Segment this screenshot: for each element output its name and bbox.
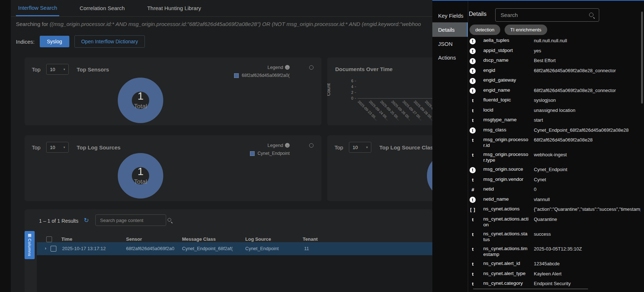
field-row[interactable]: t ns_cynet.alert_type Kayleen Alert xyxy=(470,271,640,278)
field-row[interactable]: t ns_cynet.actions.status success xyxy=(470,231,640,243)
field-row[interactable]: t appid_stdport yes xyxy=(470,48,640,55)
chevron-down-icon: ▾ xyxy=(64,67,65,71)
top-tab[interactable]: Interflow Search xyxy=(16,0,59,16)
field-row[interactable]: t msgtype_name start xyxy=(470,117,640,124)
select-all-checkbox[interactable] xyxy=(46,236,52,242)
chevron-down-icon: ▾ xyxy=(366,145,368,149)
filter-pills: detection TI enrichments xyxy=(470,25,547,35)
details-tab[interactable]: Details xyxy=(432,22,468,37)
field-type-icon: t xyxy=(470,58,476,64)
details-tab-label: Actions xyxy=(438,55,456,61)
search-query-text: ((msg_origin.processor.id:* AND msg_orig… xyxy=(49,21,421,27)
field-row[interactable]: t dscp_name Best Effort xyxy=(470,57,640,64)
results-search-input[interactable] xyxy=(99,217,164,223)
field-row[interactable]: t ns_cynet.alert_id 12345abcde xyxy=(470,261,640,267)
field-row[interactable]: t engid_name 68f2af626d45a069f2a08e28_co… xyxy=(470,87,640,94)
legend-swatch-icon xyxy=(234,73,239,78)
legend-toggle[interactable]: Legend → xyxy=(250,143,290,148)
open-interflow-dictionary-button[interactable]: Open Interflow Dictionary xyxy=(74,35,145,48)
field-key: engid_gateway xyxy=(483,77,529,84)
index-syslog-button[interactable]: Syslog xyxy=(40,36,69,47)
col-header-message-class[interactable]: Message Class xyxy=(182,236,216,242)
legend-item[interactable]: 68f2af626d45a069f2a0( xyxy=(234,73,290,78)
field-type-icon: t xyxy=(470,88,476,94)
field-type-icon: t xyxy=(470,137,476,144)
donut-value: 1 xyxy=(118,91,163,101)
field-key: dscp_name xyxy=(483,57,529,64)
field-value: Kayleen Alert xyxy=(534,271,640,278)
field-row[interactable]: t netid_name vlannull xyxy=(470,196,640,203)
top-n-select[interactable]: 10 ▾ xyxy=(349,142,371,153)
col-header-log-source[interactable]: Log Source xyxy=(245,236,271,242)
filter-pill[interactable]: TI enrichments xyxy=(505,25,547,35)
panel-circle-icon[interactable] xyxy=(309,65,314,70)
top-n-select[interactable]: 10 ▾ xyxy=(46,142,69,153)
top-tab[interactable]: Threat Hunting Library xyxy=(145,0,203,16)
columns-button[interactable]: ▦ Columns xyxy=(25,231,35,259)
col-header-sensor[interactable]: Sensor xyxy=(126,236,142,242)
top-tab-label: Interflow Search xyxy=(18,5,57,11)
field-row[interactable]: [ ] ns_cynet.actions {"action":"Quaranti… xyxy=(470,206,640,213)
legend-item-label: Cynet_Endpoint xyxy=(258,151,290,156)
field-row[interactable]: t engid_gateway xyxy=(470,77,640,84)
field-row[interactable]: t aella_tuples null.null.null.null xyxy=(470,38,640,44)
field-row[interactable]: t ns_cynet.actions.timestamp 2025-03-05T… xyxy=(470,246,640,257)
chart-ylabel: Count xyxy=(327,83,331,96)
xtick: 2025-09-26 05... xyxy=(391,100,402,125)
legend-block: Legend → 68f2af626d45a069f2a0( xyxy=(234,65,290,78)
field-row[interactable]: t msg_class Cynet_Endpoint_68f2af626d45a… xyxy=(470,127,640,134)
results-count: 1 – 1 of 1 Results xyxy=(39,218,78,224)
panel-title: Top Log Sources xyxy=(77,144,120,151)
top-sensors-panel: Top 10 ▾ Top Sensors Legend → 68f2af626d… xyxy=(25,57,321,125)
top-sensors-header: Top 10 ▾ Top Sensors xyxy=(32,64,109,75)
field-row[interactable]: t locid unassigned location xyxy=(470,107,640,114)
panel-circle-icon[interactable] xyxy=(309,143,314,148)
collapsed-sidebar[interactable] xyxy=(0,0,11,292)
field-key: msg_origin.processor.type xyxy=(483,152,529,163)
field-type-icon: t xyxy=(470,152,476,158)
field-value: Cynet_Endpoint_68f2af626d45a069f2a08e28 xyxy=(534,127,640,134)
legend-label: Legend xyxy=(268,65,283,70)
refresh-icon[interactable]: ↻ xyxy=(84,217,89,224)
field-key: netid_name xyxy=(483,196,529,203)
ytick: 2 xyxy=(348,90,356,95)
search-icon xyxy=(167,218,172,223)
details-tab-label: JSON xyxy=(438,41,453,47)
details-tab[interactable]: JSON xyxy=(432,37,468,51)
field-type-icon: t xyxy=(470,217,476,223)
top-n-value: 10 xyxy=(353,145,358,150)
xtick: 2025-09-25 05... xyxy=(380,100,391,125)
row-expand-icon[interactable]: › xyxy=(45,245,46,251)
xtick: 2025-09-24 05... xyxy=(369,100,380,125)
field-row[interactable]: t msg_origin.processor.type webhook-inge… xyxy=(470,152,640,163)
field-row[interactable]: t fluentd_topic syslogjson xyxy=(470,97,640,104)
details-tab[interactable]: Key Fields xyxy=(432,9,468,22)
details-tab[interactable]: Actions xyxy=(432,51,468,64)
field-row[interactable]: t ns_cynet.category Endpoint Security xyxy=(470,280,640,287)
scrollbar-thumb[interactable] xyxy=(641,12,643,104)
results-panel: 1 – 1 of 1 Results ↻ ▦ Columns Time ↓ Se… xyxy=(25,209,432,292)
field-row[interactable]: # netid 0 xyxy=(470,186,640,193)
row-checkbox[interactable] xyxy=(51,246,56,252)
legend-toggle[interactable]: Legend → xyxy=(234,65,290,70)
donut-value: 1 xyxy=(118,166,163,177)
field-row[interactable]: t msg_origin.processor.id 68f2af626d45a0… xyxy=(470,137,640,148)
col-header-tenant[interactable]: Tenant xyxy=(303,236,318,242)
table-row[interactable]: › 2025-10-17 13:17:12 68f2af626d45a069f2… xyxy=(37,242,432,255)
field-type-icon: t xyxy=(470,271,476,277)
field-key: aella_tuples xyxy=(483,38,529,44)
indices-label: Indices: xyxy=(16,39,35,45)
field-row[interactable]: t msg_origin.vendor Cynet xyxy=(470,176,640,183)
legend-item[interactable]: Cynet_Endpoint xyxy=(250,151,290,156)
donut-caption: Total xyxy=(118,178,163,186)
field-key: engid_name xyxy=(483,87,529,94)
field-row[interactable]: t msg_origin.source Cynet_Endpoint xyxy=(470,166,640,173)
chevron-down-icon: ▾ xyxy=(64,145,65,149)
field-row[interactable]: t engid 68f2af626d45a069f2a08e28_connect… xyxy=(470,67,640,74)
details-search-input[interactable] xyxy=(500,12,586,18)
top-tab[interactable]: Correlation Search xyxy=(77,0,127,16)
top-n-select[interactable]: 10 ▾ xyxy=(46,64,69,75)
filter-pill[interactable]: detection xyxy=(470,25,500,35)
field-row[interactable]: t ns_cynet.actions.action Quarantine xyxy=(470,216,640,228)
field-value: {"action":"Quarantine","status":"success… xyxy=(534,206,640,213)
